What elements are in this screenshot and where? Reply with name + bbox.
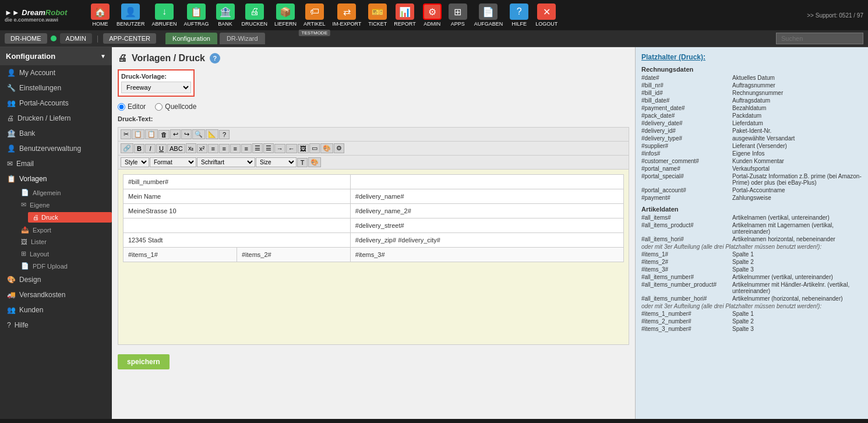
- sidebar-item-benutzerverwaltung[interactable]: 👤 Benutzerverwaltung: [0, 141, 112, 156]
- sidebar-item-kunden[interactable]: 👥 Kunden: [0, 302, 112, 318]
- nav-report[interactable]: 📊 REPORT: [390, 2, 419, 28]
- schriftart-select[interactable]: Schriftart: [197, 157, 255, 167]
- sidebar-subitem-export[interactable]: 📤 Export: [14, 224, 112, 236]
- toolbar-superscript[interactable]: x²: [197, 144, 207, 153]
- sidebar-item-portal-accounts[interactable]: 👥 Portal-Accounts: [0, 96, 112, 111]
- sidebar-item-design[interactable]: 🎨 Design: [0, 272, 112, 287]
- cell-bill-number[interactable]: #bill_number#: [124, 175, 351, 189]
- toolbar-align-justify[interactable]: ≡: [241, 144, 252, 153]
- sidebar-item-account[interactable]: 👤 My Account: [0, 65, 112, 80]
- cell-strasse[interactable]: MeineStrasse 10: [124, 204, 351, 218]
- cell-items-3[interactable]: #items_3#: [350, 248, 623, 262]
- logout-icon: ✕: [537, 3, 556, 20]
- sidebar-item-email[interactable]: ✉ Email: [0, 156, 112, 171]
- sidebar-subitem-druck[interactable]: 🖨 Druck: [28, 212, 112, 223]
- cell-items-2[interactable]: #items_2#: [237, 248, 350, 262]
- toolbar-underline[interactable]: U: [156, 144, 167, 153]
- help-icon[interactable]: ?: [210, 53, 220, 64]
- toolbar-cut[interactable]: ✂: [121, 129, 131, 139]
- toolbar-outdent[interactable]: ←: [286, 144, 297, 153]
- toolbar-image[interactable]: 🖼: [298, 144, 309, 153]
- sidebar-item-einstellungen[interactable]: 🔧 Einstellungen: [0, 80, 112, 96]
- sidebar-subitem-allgemein[interactable]: 📄 Allgemein: [14, 186, 112, 199]
- cell-delivery-name[interactable]: #delivery_name#: [350, 189, 623, 204]
- toolbar-redo[interactable]: ↪: [181, 129, 192, 139]
- nav-aufgaben[interactable]: 📄 AUFGABEN: [471, 2, 507, 28]
- toolbar-align-center[interactable]: ≡: [219, 144, 230, 153]
- nav-benutzer[interactable]: 👤 BENUTZER: [113, 2, 149, 28]
- toolbar-list-ol[interactable]: ☰: [263, 143, 274, 153]
- nav-drucken[interactable]: 🖨 DRUCKEN: [238, 2, 271, 28]
- search-input[interactable]: [776, 33, 863, 44]
- toolbar-extra2[interactable]: 🎨: [308, 157, 321, 167]
- size-select[interactable]: Size: [256, 157, 297, 167]
- tab-konfiguration[interactable]: Konfiguration: [165, 33, 217, 44]
- cell-delivery-name2[interactable]: #delivery_name_2#: [350, 204, 623, 218]
- save-button[interactable]: speichern: [118, 354, 170, 369]
- cell-delivery-street[interactable]: #delivery_street#: [350, 218, 623, 233]
- cell-items-1[interactable]: #items_1#: [124, 248, 237, 262]
- nav-home[interactable]: 🏠 HOME: [87, 2, 113, 28]
- toolbar-color[interactable]: 🎨: [320, 143, 333, 153]
- tab-drwizard[interactable]: DR-Wizard: [220, 33, 265, 44]
- sidebar-item-vorlagen[interactable]: 📋 Vorlagen: [0, 171, 112, 186]
- toolbar-list-ul[interactable]: ☰: [252, 143, 263, 153]
- admin-button[interactable]: ADMIN: [60, 33, 92, 44]
- nav-logout[interactable]: ✕ LOGOUT: [532, 2, 561, 28]
- toolbar-delete[interactable]: 🗑: [158, 130, 170, 139]
- quellcode-radio[interactable]: [155, 103, 163, 111]
- toolbar-copy[interactable]: 📋: [132, 129, 144, 139]
- toolbar-indent[interactable]: →: [274, 144, 285, 153]
- dr-home-button[interactable]: DR-HOME: [5, 33, 47, 44]
- nav-imexport[interactable]: ⇄ IM-EXPORT: [329, 2, 365, 28]
- toolbar-help[interactable]: ?: [219, 130, 230, 139]
- toolbar-align-left[interactable]: ≡: [208, 144, 218, 153]
- cell-empty-2[interactable]: [124, 218, 351, 233]
- nav-artikel[interactable]: 🏷 ARTIKEL: [300, 2, 329, 28]
- template-select[interactable]: Freeway: [121, 82, 191, 93]
- toolbar-link[interactable]: 🔗: [121, 143, 133, 153]
- nav-hilfe[interactable]: ? HILFE: [506, 2, 532, 28]
- toolbar-search[interactable]: 🔍: [192, 129, 205, 139]
- toolbar-table[interactable]: ▭: [309, 143, 320, 153]
- sidebar-item-drucken-liefern[interactable]: 🖨 Drucken / Liefern: [0, 111, 112, 126]
- toolbar-resize[interactable]: 📐: [206, 129, 218, 139]
- toolbar-abc[interactable]: ABC: [167, 144, 185, 153]
- nav-apps[interactable]: ⊞ APPS: [445, 2, 471, 28]
- placeholder-row: #items_1# Spalte 1: [641, 251, 862, 258]
- toolbar-undo[interactable]: ↩: [170, 129, 181, 139]
- toolbar-italic[interactable]: I: [145, 144, 156, 153]
- toolbar-bold[interactable]: B: [134, 144, 144, 153]
- sidebar-subitem-eigene[interactable]: ✉ Eigene: [14, 199, 112, 211]
- sidebar-item-hilfe[interactable]: ? Hilfe: [0, 318, 112, 333]
- sidebar-item-versandkosten[interactable]: 🚚 Versandkosten: [0, 287, 112, 302]
- toolbar-subscript[interactable]: x₂: [186, 143, 196, 153]
- cell-mein-name[interactable]: Mein Name: [124, 189, 351, 204]
- editor-radio-label[interactable]: Editor: [118, 103, 146, 111]
- cell-delivery-zip-city[interactable]: #delivery_zip# #delivery_city#: [350, 233, 623, 248]
- editor-body[interactable]: #bill_number# Mein Name #delivery_name# …: [118, 170, 629, 344]
- style-select[interactable]: Style: [121, 157, 149, 167]
- nav-admin[interactable]: ⚙ ADMIN: [419, 2, 445, 28]
- nav-home-label: HOME: [93, 21, 108, 27]
- sidebar-subitem-pdfupload[interactable]: 📄 PDF Upload: [14, 260, 112, 272]
- sidebar-collapse-icon[interactable]: ▼: [100, 53, 106, 59]
- toolbar-settings[interactable]: ⚙: [334, 143, 344, 153]
- sidebar-item-bank[interactable]: 🏦 Bank: [0, 126, 112, 141]
- quellcode-radio-label[interactable]: Quellcode: [155, 103, 196, 111]
- nav-ticket[interactable]: 🎫 TICKET: [365, 2, 390, 28]
- format-select[interactable]: Format: [150, 157, 196, 167]
- toolbar-extra1[interactable]: T: [297, 158, 308, 167]
- cell-empty-1[interactable]: [350, 175, 623, 189]
- nav-liefern[interactable]: 📦 LIEFERN: [271, 2, 300, 28]
- toolbar-paste[interactable]: 📋: [145, 129, 158, 139]
- nav-bank[interactable]: 🏦 BANK: [213, 2, 238, 28]
- sidebar-subitem-layout[interactable]: ⊞ Layout: [14, 248, 112, 260]
- app-center-button[interactable]: APP-CENTER: [103, 33, 156, 44]
- nav-auftrag[interactable]: 📋 AUFTRAG: [181, 2, 213, 28]
- editor-radio[interactable]: [118, 103, 125, 111]
- cell-stadt[interactable]: 12345 Stadt: [124, 233, 351, 248]
- nav-abrufen[interactable]: ↓ ABRUFEN: [149, 2, 181, 28]
- sidebar-subitem-lister[interactable]: 🖼 Lister: [14, 236, 112, 248]
- toolbar-align-right[interactable]: ≡: [230, 144, 241, 153]
